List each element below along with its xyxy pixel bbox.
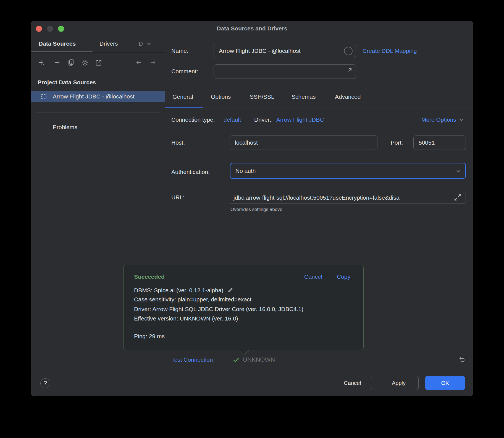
open-in-window-icon[interactable]	[95, 59, 103, 67]
project-data-sources-header: Project Data Sources	[38, 79, 96, 86]
tab-drivers[interactable]: Drivers	[99, 35, 118, 52]
authentication-select[interactable]: No auth	[230, 163, 466, 179]
name-label: Name:	[171, 48, 188, 54]
expand-comment-icon[interactable]	[346, 66, 353, 74]
driver-label: Driver:	[254, 116, 271, 123]
host-input[interactable]	[230, 135, 377, 150]
tab-ddl-mappings-truncated[interactable]: D	[139, 35, 143, 52]
footer-divider	[31, 369, 473, 369]
popup-status: Succeeded	[134, 273, 165, 280]
datasource-tree-item-label: Arrow Flight JDBC - @localhost	[53, 91, 135, 102]
authentication-label: Authentication:	[171, 169, 210, 175]
name-progress-circle-icon	[344, 47, 353, 55]
comment-input[interactable]	[214, 64, 356, 79]
problems-tree-item[interactable]: Problems	[53, 124, 77, 131]
popup-ping-line: Ping: 29 ms	[134, 333, 165, 340]
comment-label: Comment:	[171, 68, 198, 75]
test-connection-result-popup: Succeeded Cancel Copy DBMS: Spice.ai (ve…	[123, 265, 364, 350]
tab-data-sources[interactable]: Data Sources	[39, 35, 76, 52]
popup-caret	[240, 346, 249, 355]
chevron-down-icon	[458, 117, 464, 122]
section-tabs-divider	[165, 108, 473, 108]
datasource-icon	[40, 93, 48, 100]
tab-schemas[interactable]: Schemas	[292, 93, 316, 100]
test-status-text: UNKNOWN	[243, 356, 275, 363]
tabstrip-divider	[31, 52, 165, 53]
url-hint: Overrides settings above	[230, 207, 282, 212]
authentication-value: No auth	[235, 168, 256, 174]
popup-copy-link[interactable]: Copy	[337, 273, 350, 280]
window-title: Data Sources and Drivers	[31, 25, 473, 32]
add-icon[interactable]	[38, 59, 45, 67]
edit-pencil-icon[interactable]	[227, 287, 234, 293]
data-sources-dialog: Data Sources and Drivers Data Sources Dr…	[31, 21, 473, 396]
revert-icon[interactable]	[458, 356, 466, 364]
connection-type-value-link[interactable]: default	[224, 116, 241, 123]
tab-options[interactable]: Options	[211, 93, 231, 100]
back-arrow-icon[interactable]	[135, 59, 143, 66]
name-input[interactable]	[214, 44, 356, 58]
gear-icon[interactable]	[81, 59, 89, 67]
test-connection-link[interactable]: Test Connection	[171, 356, 213, 363]
chevron-down-icon	[455, 168, 461, 174]
duplicate-icon[interactable]	[67, 59, 75, 66]
more-options-label: More Options	[421, 116, 456, 123]
host-label: Host:	[171, 139, 185, 146]
port-input[interactable]	[413, 135, 466, 150]
url-label: URL:	[171, 194, 185, 201]
forward-arrow-icon[interactable]	[149, 59, 156, 66]
connection-type-label: Connection type:	[171, 116, 215, 123]
more-options-dropdown[interactable]: More Options	[421, 116, 464, 123]
tab-general[interactable]: General	[172, 93, 193, 100]
ok-button[interactable]: OK	[425, 376, 465, 390]
remove-icon[interactable]	[54, 59, 61, 66]
popup-dbms-line: DBMS: Spice.ai (ver. 0.12.1-alpha)	[134, 287, 234, 294]
popup-cancel-link[interactable]: Cancel	[304, 273, 322, 280]
chevron-down-icon[interactable]	[146, 41, 152, 47]
success-check-icon	[232, 356, 240, 364]
datasource-tree-item-selected[interactable]: Arrow Flight JDBC - @localhost	[31, 91, 165, 102]
tab-ssh-ssl[interactable]: SSH/SSL	[250, 93, 274, 100]
popup-effective-version-line: Effective version: UNKNOWN (ver. 16.0)	[134, 315, 238, 322]
expand-url-icon[interactable]	[453, 193, 462, 202]
cancel-button[interactable]: Cancel	[333, 376, 372, 390]
port-label: Port:	[391, 139, 403, 146]
apply-button[interactable]: Apply	[379, 376, 419, 390]
create-ddl-mapping-link[interactable]: Create DDL Mapping	[363, 48, 417, 54]
help-button[interactable]: ?	[40, 378, 50, 388]
url-input[interactable]	[230, 192, 466, 204]
tab-advanced[interactable]: Advanced	[335, 93, 361, 100]
popup-driver-line: Driver: Arrow Flight SQL JDBC Driver Cor…	[134, 306, 303, 312]
driver-value-link[interactable]: Arrow Flight JDBC	[276, 116, 324, 123]
tree-divider	[36, 112, 160, 113]
popup-case-sensitivity-line: Case sensitivity: plain=upper, delimited…	[134, 296, 251, 303]
